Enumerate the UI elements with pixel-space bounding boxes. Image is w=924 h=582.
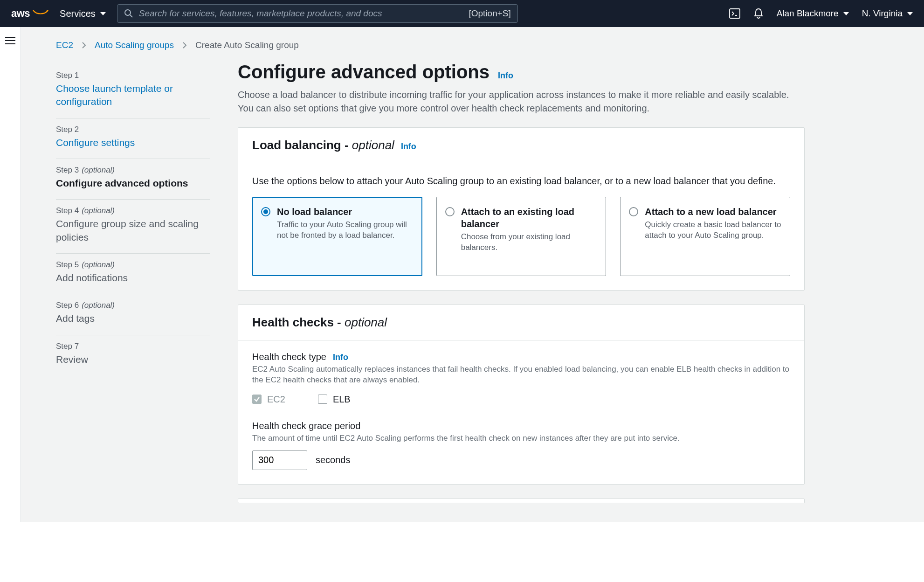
hc-type-desc: EC2 Auto Scaling automatically replaces … [252,364,790,386]
global-search[interactable]: [Option+S] [117,4,518,23]
next-panel-peek [238,499,805,503]
services-menu[interactable]: Services [60,8,106,19]
radio-icon [629,207,638,216]
user-name: Alan Blackmore [777,8,839,19]
tile-desc: Traffic to your Auto Scaling group will … [277,220,414,241]
caret-down-icon [100,12,106,15]
svg-line-1 [130,15,132,17]
grace-desc: The amount of time until EC2 Auto Scalin… [252,433,790,444]
tile-title: No load balancer [277,206,414,218]
aws-smile-icon [33,10,48,15]
health-checks-panel: Health checks - optional Health check ty… [238,305,805,485]
svg-point-0 [125,10,131,15]
wizard-steps: Step 1 Choose launch template or configu… [56,62,210,522]
step-title: Configure group size and scaling policie… [56,217,210,244]
checkbox-checked-icon [252,395,262,404]
cloudshell-icon [729,8,740,19]
svg-rect-2 [730,9,740,18]
region-menu[interactable]: N. Virginia [862,8,913,19]
grace-period-input[interactable] [252,450,307,470]
aws-logo[interactable]: aws [11,7,48,20]
side-rail [0,27,21,522]
region-name: N. Virginia [862,8,903,19]
search-input[interactable] [139,8,463,19]
step-title: Choose launch template or configuration [56,82,210,109]
breadcrumb-ec2[interactable]: EC2 [56,40,73,50]
lb-intro: Use the options below to attach your Aut… [252,174,790,187]
step-title: Add tags [56,312,210,325]
step-1[interactable]: Step 1 Choose launch template or configu… [56,64,210,118]
hc-ec2-checkbox: EC2 [252,394,285,405]
bell-icon [753,8,764,19]
chevron-right-icon [182,42,187,49]
panel-title: Load balancing - optional [252,138,394,152]
account-menu[interactable]: Alan Blackmore [777,8,849,19]
notifications-button[interactable] [753,8,764,19]
step-5[interactable]: Step 5 (optional) Add notifications [56,254,210,294]
side-nav-toggle[interactable] [5,37,15,44]
radio-icon [261,207,270,216]
step-2[interactable]: Step 2 Configure settings [56,118,210,159]
step-3[interactable]: Step 3 (optional) Configure advanced opt… [56,159,210,200]
lb-option-new[interactable]: Attach to a new load balancer Quickly cr… [620,197,790,276]
tile-desc: Quickly create a basic load balancer to … [645,220,781,241]
search-shortcut: [Option+S] [469,8,510,19]
lb-info-link[interactable]: Info [401,142,416,152]
tile-title: Attach to a new load balancer [645,206,781,218]
search-icon [124,9,133,18]
step-7[interactable]: Step 7 Review [56,335,210,375]
services-label: Services [60,8,96,19]
step-title: Configure settings [56,136,210,149]
checkbox-icon [318,395,327,404]
load-balancing-panel: Load balancing - optional Info Use the o… [238,127,805,291]
caret-down-icon [843,12,849,15]
step-title: Configure advanced options [56,177,210,190]
lb-option-none[interactable]: No load balancer Traffic to your Auto Sc… [252,197,422,276]
page-description: Choose a load balancer to distribute inc… [238,88,805,115]
grace-label: Health check grace period [252,421,790,431]
hc-elb-checkbox[interactable]: ELB [318,394,351,405]
top-nav-right: Alan Blackmore N. Virginia [729,8,913,19]
step-4[interactable]: Step 4 (optional) Configure group size a… [56,200,210,254]
panel-title: Health checks - optional [252,315,387,330]
page-title: Configure advanced options [238,62,490,83]
breadcrumb: EC2 Auto Scaling groups Create Auto Scal… [56,27,924,62]
hc-type-info-link[interactable]: Info [333,353,348,362]
hc-type-label: Health check type [252,352,326,362]
lb-options: No load balancer Traffic to your Auto Sc… [252,197,790,276]
chevron-right-icon [82,42,86,49]
radio-icon [445,207,455,216]
caret-down-icon [907,12,913,15]
page-info-link[interactable]: Info [498,71,513,81]
grace-unit: seconds [316,455,351,465]
step-6[interactable]: Step 6 (optional) Add tags [56,294,210,335]
lb-option-existing[interactable]: Attach to an existing load balancer Choo… [436,197,607,276]
tile-desc: Choose from your existing load balancers… [461,232,598,253]
breadcrumb-asg[interactable]: Auto Scaling groups [95,40,174,50]
cloudshell-button[interactable] [729,8,740,19]
step-title: Review [56,353,210,366]
breadcrumb-current: Create Auto Scaling group [195,40,299,50]
step-title: Add notifications [56,271,210,284]
top-nav: aws Services [Option+S] Alan Blackmore [0,0,924,27]
tile-title: Attach to an existing load balancer [461,206,598,230]
